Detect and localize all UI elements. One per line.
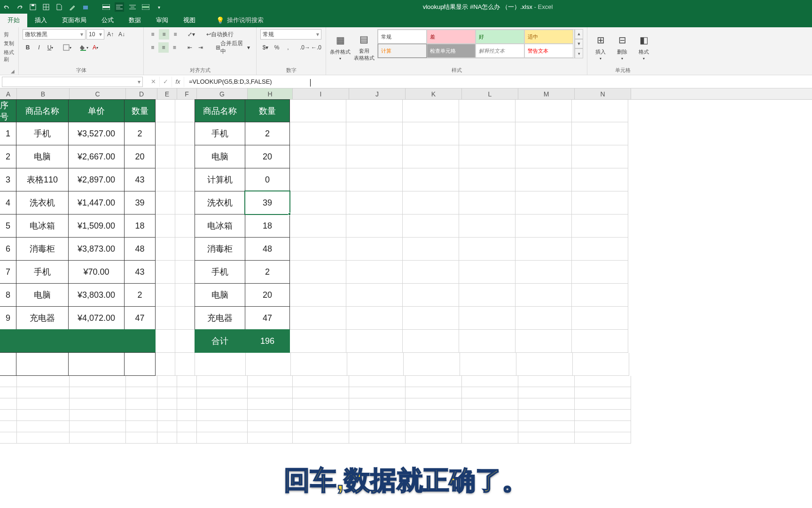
merge-icon[interactable] [141, 2, 150, 12]
cell[interactable] [515, 145, 572, 168]
align-left-icon[interactable]: ≡ [148, 42, 157, 53]
col-header-N[interactable]: N [575, 88, 631, 99]
cell[interactable] [346, 191, 403, 214]
cell[interactable] [177, 376, 197, 387]
align-middle-icon[interactable]: ≡ [159, 29, 169, 40]
tab-formulas[interactable]: 公式 [94, 14, 121, 27]
cell[interactable] [156, 168, 175, 191]
cell[interactable] [157, 410, 177, 421]
decrease-font-icon[interactable]: A↓ [117, 29, 127, 40]
cell[interactable]: 电冰箱 [195, 214, 245, 238]
merge-center-button[interactable]: ⊞ 合并后居中 ▾ [213, 42, 252, 53]
cell[interactable] [515, 100, 572, 122]
cell[interactable]: 计算机 [195, 168, 245, 191]
cell[interactable] [406, 432, 462, 444]
cell[interactable] [575, 376, 631, 387]
cell[interactable] [515, 122, 572, 145]
cell[interactable]: 8 [0, 283, 16, 307]
cell[interactable] [290, 168, 346, 191]
percent-icon[interactable]: % [272, 42, 282, 53]
cell[interactable] [293, 421, 349, 432]
style-bad[interactable]: 差 [427, 30, 476, 44]
cell[interactable] [347, 353, 404, 376]
cell[interactable]: ¥4,072.00 [68, 306, 125, 330]
cell[interactable]: 洗衣机 [16, 191, 69, 214]
cell[interactable] [403, 330, 459, 353]
cell[interactable] [126, 387, 157, 398]
cell[interactable] [175, 191, 195, 214]
cell[interactable] [68, 329, 125, 353]
cell[interactable]: 39 [124, 191, 156, 214]
cell[interactable]: 7 [0, 260, 16, 284]
format-cells-button[interactable]: ◧格式▾ [634, 29, 653, 64]
cell[interactable]: 47 [124, 306, 156, 330]
cell[interactable] [248, 421, 293, 432]
cell[interactable] [290, 100, 346, 122]
cell[interactable] [0, 376, 17, 387]
save-icon[interactable] [28, 2, 38, 12]
cell[interactable]: 手机 [16, 122, 69, 145]
cell[interactable] [349, 398, 406, 410]
border-button[interactable]: ▾ [62, 42, 72, 53]
style-neutral[interactable]: 适中 [524, 30, 573, 44]
cell[interactable] [515, 307, 572, 330]
cell[interactable] [175, 214, 195, 238]
row-icon[interactable] [102, 2, 111, 12]
tab-home[interactable]: 开始 [0, 14, 27, 27]
cell[interactable] [197, 432, 248, 444]
cell[interactable]: 20 [245, 145, 290, 168]
cell[interactable] [460, 353, 516, 376]
cell[interactable] [575, 398, 631, 410]
col-header-I[interactable]: I [293, 88, 349, 99]
col-header-C[interactable]: C [70, 88, 126, 99]
cell[interactable]: 39 [245, 191, 290, 214]
cell[interactable] [462, 387, 518, 398]
cell[interactable] [17, 421, 70, 432]
cell[interactable] [126, 410, 157, 421]
cell[interactable] [462, 398, 518, 410]
cell[interactable]: 合计 [195, 329, 245, 353]
cell[interactable] [572, 307, 628, 330]
cell[interactable]: 电冰箱 [16, 214, 69, 238]
cell[interactable]: 消毒柜 [16, 237, 69, 261]
cell[interactable] [248, 376, 293, 387]
cell[interactable]: 18 [124, 214, 156, 238]
cell[interactable] [406, 410, 462, 421]
style-normal[interactable]: 常规 [378, 30, 427, 44]
cell[interactable]: ¥2,667.00 [68, 145, 125, 168]
cell[interactable] [70, 432, 126, 444]
cell[interactable] [349, 432, 406, 444]
cell[interactable]: ¥3,873.00 [68, 237, 125, 261]
cell[interactable] [197, 398, 248, 410]
cell[interactable] [157, 376, 177, 387]
style-warn[interactable]: 警告文本 [524, 44, 573, 58]
cell[interactable] [459, 168, 515, 191]
cell[interactable] [290, 307, 346, 330]
file-icon[interactable] [55, 2, 64, 12]
cell[interactable] [124, 329, 156, 353]
cell[interactable] [406, 387, 462, 398]
cell[interactable] [0, 421, 17, 432]
cell[interactable] [515, 168, 572, 191]
cell[interactable] [403, 214, 459, 238]
cell[interactable]: 47 [245, 306, 290, 330]
conditional-format-button[interactable]: ▦条件格式▾ [330, 29, 351, 64]
col-header-A[interactable]: A [0, 88, 17, 99]
cell[interactable] [290, 191, 346, 214]
cell[interactable]: 43 [124, 260, 156, 284]
cell[interactable]: 手机 [195, 260, 245, 284]
cell[interactable] [462, 410, 518, 421]
cell[interactable] [518, 376, 575, 387]
cell[interactable]: ¥3,527.00 [68, 122, 125, 145]
col-header-J[interactable]: J [349, 88, 406, 99]
cell[interactable] [572, 122, 628, 145]
font-size-dropdown[interactable]: 10▾ [86, 29, 104, 40]
cell[interactable] [293, 410, 349, 421]
format-as-table-button[interactable]: ▤套用 表格格式 [354, 29, 375, 64]
cell[interactable] [16, 329, 69, 353]
delete-cells-button[interactable]: ⊟删除▾ [613, 29, 632, 64]
cell[interactable]: 2 [124, 283, 156, 307]
cell[interactable] [157, 432, 177, 444]
cell[interactable] [406, 398, 462, 410]
cell[interactable] [17, 410, 70, 421]
